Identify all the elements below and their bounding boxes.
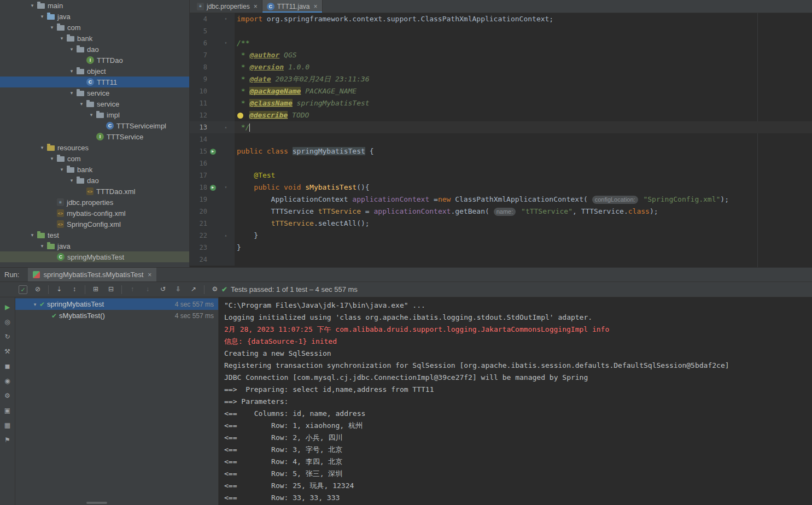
sort-alphabetically-icon[interactable]: ⇣ (54, 285, 64, 294)
chevron-down-icon[interactable]: ▾ (37, 243, 47, 249)
code-line-13[interactable]: 13▴ */ (190, 121, 812, 133)
tree-item-TTTDao.xml[interactable]: <>TTTDao.xml (0, 186, 189, 197)
tree-item-java[interactable]: ▾java (0, 240, 189, 251)
chevron-down-icon[interactable]: ▾ (67, 90, 77, 96)
tree-item-TTT11[interactable]: CTTT11 (0, 77, 189, 87)
settings-icon[interactable]: ⚙ (3, 391, 13, 401)
settings-gear-icon[interactable]: ⚙ (210, 285, 220, 294)
tree-item-service[interactable]: ▾service (0, 98, 189, 109)
fold-icon[interactable]: ▾ (218, 37, 233, 49)
tree-item-mybatis-config.xml[interactable]: <>mybatis-config.xml (0, 208, 189, 219)
chevron-down-icon[interactable]: ▾ (37, 145, 47, 150)
editor-tab-jdbc.properties[interactable]: ≡jdbc.properties× (192, 0, 262, 13)
code-line-8[interactable]: 8 * @version 1.0.0 (190, 61, 812, 73)
code-line-20[interactable]: 20 TTTService tTTService = applicationCo… (190, 205, 812, 218)
tree-item-jdbc.properties[interactable]: ≡jdbc.properties (0, 197, 189, 208)
code-line-12[interactable]: 12 @describe TODO (190, 109, 812, 121)
refresh-icon[interactable]: ↻ (3, 332, 13, 342)
next-failed-test-icon[interactable]: ↓ (143, 285, 153, 294)
grid-icon[interactable]: ▦ (3, 421, 13, 430)
sort-by-duration-icon[interactable]: ↕ (69, 285, 79, 294)
tree-item-TTTService[interactable]: ITTTService (0, 131, 189, 142)
tree-item-bank[interactable]: ▾bank (0, 164, 189, 175)
code-editor[interactable]: 4▾import org.springframework.context.sup… (190, 13, 812, 267)
run-test-gutter-icon[interactable]: ▶ (210, 149, 216, 155)
expand-all-icon[interactable]: ⊞ (91, 285, 101, 294)
chevron-down-icon[interactable]: ▾ (47, 156, 57, 161)
camera-icon[interactable]: ◉ (3, 377, 13, 386)
tree-item-TTTDao[interactable]: ITTTDao (0, 55, 189, 66)
chevron-down-icon[interactable]: ▾ (57, 36, 67, 41)
scrollbar-horizontal-thumb[interactable] (86, 502, 107, 504)
import-test-results-icon[interactable]: ⇩ (173, 285, 183, 294)
chevron-down-icon[interactable]: ▾ (27, 232, 37, 238)
code-line-21[interactable]: 21 tTTService.selectAll(); (190, 218, 812, 230)
chevron-down-icon[interactable]: ▾ (37, 14, 47, 19)
previous-failed-test-icon[interactable]: ↑ (127, 285, 137, 294)
chevron-down-icon[interactable]: ▾ (31, 302, 39, 307)
code-line-6[interactable]: 6▾/** (190, 37, 812, 49)
chevron-down-icon[interactable]: ▾ (67, 68, 77, 74)
tree-item-TTTServiceimpl[interactable]: CTTTServiceimpl (0, 120, 189, 131)
run-configuration-tab[interactable]: springMybatisTest.sMybatisTest × (28, 268, 156, 281)
test-history-icon[interactable]: ↺ (158, 285, 168, 294)
code-line-15[interactable]: 15▶public class springMybatisTest { (190, 145, 812, 157)
tree-item-test[interactable]: ▾test (0, 230, 189, 240)
code-line-9[interactable]: 9 * @date 2023年02月24日 23:11:36 (190, 73, 812, 85)
test-tree-item-sMybatisTest()[interactable]: ✔sMybatisTest()4 sec 557 ms (15, 310, 218, 321)
fold-icon[interactable]: ▴ (218, 230, 233, 242)
tree-item-service[interactable]: ▾service (0, 87, 189, 98)
tree-item-main[interactable]: ▾main (0, 0, 189, 11)
run-icon[interactable]: ▶ (3, 303, 13, 312)
pin-icon[interactable]: ⚑ (3, 436, 13, 445)
close-icon[interactable]: × (148, 271, 151, 279)
editor-tab-TTT11.java[interactable]: CTTT11.java× (262, 0, 323, 13)
wrench-icon[interactable]: ⚒ (3, 347, 13, 356)
export-test-results-icon[interactable]: ↗ (189, 285, 198, 294)
run-test-gutter-icon[interactable]: ▶ (210, 185, 216, 191)
tree-item-dao[interactable]: ▾dao (0, 44, 189, 55)
fold-icon[interactable]: ▾ (218, 13, 233, 25)
tree-item-SpringConfig.xml[interactable]: <>SpringConfig.xml (0, 219, 189, 230)
export-icon[interactable]: ▣ (3, 406, 13, 415)
show-passed-icon[interactable]: ✓ (19, 285, 27, 294)
fold-icon[interactable]: ▾ (218, 181, 233, 193)
chevron-down-icon[interactable]: ▾ (77, 101, 86, 107)
code-line-5[interactable]: 5 (190, 25, 812, 37)
code-line-14[interactable]: 14 (190, 133, 812, 145)
chevron-down-icon[interactable]: ▾ (27, 3, 37, 8)
intention-bulb-icon[interactable] (237, 113, 243, 119)
chevron-down-icon[interactable]: ▾ (86, 112, 96, 118)
code-line-24[interactable]: 24 (190, 254, 812, 266)
code-line-18[interactable]: 18▶▾ public void sMybatisTest(){ (190, 181, 812, 193)
code-line-16[interactable]: 16 (190, 157, 812, 169)
tree-item-bank[interactable]: ▾bank (0, 33, 189, 44)
code-line-19[interactable]: 19 ApplicationContext applicationContext… (190, 193, 812, 205)
code-line-10[interactable]: 10 * @packageName PACKAGE_NAME (190, 85, 812, 97)
code-line-11[interactable]: 11 * @className springMybatisTest (190, 97, 812, 109)
code-line-7[interactable]: 7 * @author QGS (190, 49, 812, 61)
fold-icon[interactable]: ▴ (218, 121, 233, 133)
tree-item-dao[interactable]: ▾dao (0, 175, 189, 186)
code-line-22[interactable]: 22▴ } (190, 230, 812, 242)
chevron-down-icon[interactable]: ▾ (67, 46, 77, 52)
chevron-down-icon[interactable]: ▾ (47, 25, 57, 30)
code-line-23[interactable]: 23} (190, 242, 812, 254)
tree-item-resources[interactable]: ▾resources (0, 142, 189, 153)
close-icon[interactable]: × (314, 3, 318, 10)
chevron-down-icon[interactable]: ▾ (67, 178, 77, 183)
test-tree-item-springMybatisTest[interactable]: ▾✔springMybatisTest4 sec 557 ms (15, 298, 218, 310)
tree-item-impl[interactable]: ▾impl (0, 109, 189, 120)
code-line-17[interactable]: 17 @Test (190, 169, 812, 181)
collapse-all-icon[interactable]: ⊟ (106, 285, 116, 294)
tree-item-com[interactable]: ▾com (0, 22, 189, 33)
search-icon[interactable]: ◎ (3, 318, 13, 327)
tree-item-springMybatisTest[interactable]: CspringMybatisTest (0, 251, 189, 262)
chevron-down-icon[interactable]: ▾ (57, 167, 67, 172)
tree-item-object[interactable]: ▾object (0, 66, 189, 77)
tree-item-java[interactable]: ▾java (0, 11, 189, 22)
show-ignored-icon[interactable]: ⊘ (33, 285, 43, 294)
tree-item-com[interactable]: ▾com (0, 153, 189, 164)
close-icon[interactable]: × (254, 3, 258, 10)
stop-icon[interactable]: ◼ (3, 362, 13, 371)
